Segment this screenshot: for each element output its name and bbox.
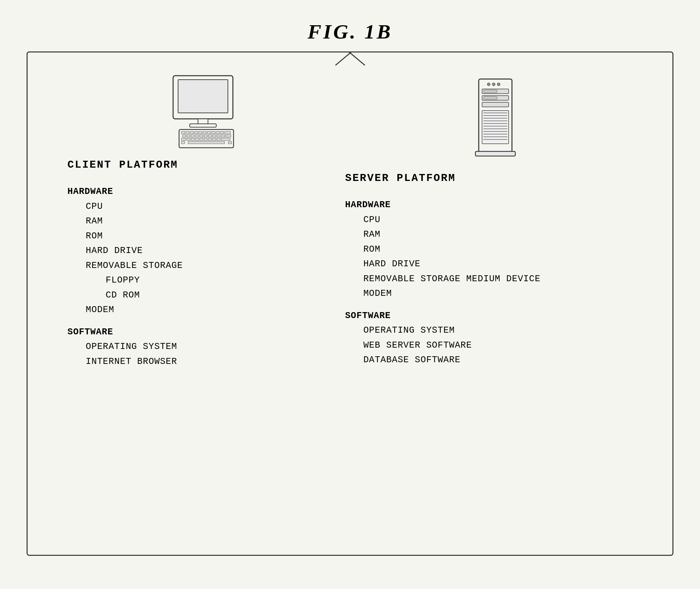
server-platform-label: SERVER PLATFORM [345, 172, 456, 184]
svg-rect-7 [190, 132, 193, 134]
svg-rect-17 [187, 135, 190, 137]
svg-rect-28 [187, 138, 190, 141]
svg-rect-37 [188, 142, 225, 144]
list-item: MODEM [67, 303, 183, 318]
svg-rect-33 [208, 138, 212, 141]
right-column: SERVER PLATFORM HARDWARECPURAMROMHARD DR… [345, 72, 646, 369]
page-title: FIG. 1B [0, 0, 700, 53]
svg-rect-30 [195, 138, 199, 141]
list-item: RAM [345, 227, 541, 242]
list-item: ROM [67, 229, 183, 244]
list-item: SOFTWARE [345, 309, 541, 324]
svg-rect-31 [200, 138, 203, 141]
left-column: CLIENT PLATFORM HARDWARECPURAMROMHARD DR… [67, 72, 345, 369]
svg-rect-1 [178, 80, 228, 113]
list-item: ROM [345, 242, 541, 257]
svg-rect-3 [190, 124, 216, 127]
svg-rect-10 [203, 132, 206, 134]
client-computer-icon [163, 72, 250, 152]
svg-rect-36 [221, 138, 230, 141]
svg-point-41 [487, 83, 490, 86]
svg-rect-35 [217, 138, 220, 141]
svg-rect-24 [217, 135, 220, 137]
svg-rect-12 [212, 132, 215, 134]
server-hardware-list: HARDWARECPURAMROMHARD DRIVEREMOVABLE STO… [345, 198, 541, 368]
svg-rect-13 [216, 132, 219, 134]
svg-rect-61 [475, 151, 515, 156]
svg-rect-45 [484, 90, 497, 92]
svg-rect-34 [213, 138, 216, 141]
list-item: FLOPPY [67, 273, 183, 288]
svg-point-43 [497, 83, 500, 86]
svg-rect-15 [225, 132, 231, 134]
list-item: WEB SERVER SOFTWARE [345, 338, 541, 353]
list-item: HARDWARE [67, 184, 183, 199]
list-item: REMOVABLE STORAGE [67, 258, 183, 273]
client-platform-label: CLIENT PLATFORM [67, 159, 178, 171]
svg-rect-18 [191, 135, 194, 137]
list-item: HARD DRIVE [67, 243, 183, 258]
svg-rect-26 [226, 135, 231, 137]
list-item: CPU [345, 212, 541, 227]
svg-rect-39 [228, 142, 232, 144]
svg-rect-8 [194, 132, 198, 134]
list-item: HARDWARE [345, 198, 541, 212]
svg-rect-32 [204, 138, 207, 141]
svg-rect-29 [191, 138, 194, 141]
main-box: CLIENT PLATFORM HARDWARECPURAMROMHARD DR… [27, 51, 673, 556]
svg-rect-47 [484, 96, 497, 99]
svg-rect-11 [207, 132, 211, 134]
list-item: MODEM [345, 286, 541, 301]
svg-rect-16 [182, 135, 186, 137]
svg-point-42 [493, 83, 495, 86]
list-item: CD ROM [67, 288, 183, 303]
list-item: SOFTWARE [67, 325, 183, 340]
list-item: OPERATING SYSTEM [345, 323, 541, 338]
svg-rect-19 [195, 135, 199, 137]
list-item: DATABASE SOFTWARE [345, 353, 541, 368]
svg-rect-5 [181, 132, 185, 134]
svg-rect-21 [204, 135, 207, 137]
svg-rect-27 [181, 138, 186, 141]
list-item: CPU [67, 199, 183, 214]
list-item: HARD DRIVE [345, 257, 541, 271]
list-item: OPERATING SYSTEM [67, 339, 183, 354]
svg-rect-20 [200, 135, 203, 137]
svg-rect-14 [220, 132, 224, 134]
list-item: RAM [67, 214, 183, 229]
svg-rect-25 [221, 135, 225, 137]
svg-rect-38 [181, 142, 185, 144]
svg-rect-9 [199, 132, 202, 134]
svg-rect-48 [482, 102, 509, 107]
svg-rect-22 [208, 135, 212, 137]
list-item: INTERNET BROWSER [67, 354, 183, 369]
client-hardware-list: HARDWARECPURAMROMHARD DRIVEREMOVABLE STO… [67, 184, 183, 369]
server-computer-icon [465, 72, 525, 165]
svg-rect-23 [213, 135, 216, 137]
list-item: REMOVABLE STORAGE MEDIUM DEVICE [345, 271, 541, 286]
svg-rect-6 [186, 132, 189, 134]
